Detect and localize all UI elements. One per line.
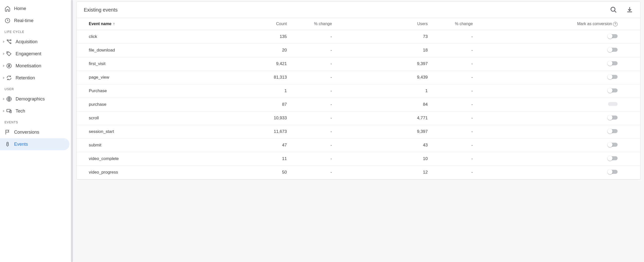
nav-realtime[interactable]: Real-time — [0, 15, 73, 27]
conversion-toggle[interactable] — [608, 170, 618, 174]
retention-icon — [6, 75, 12, 81]
conversion-toggle[interactable] — [608, 34, 618, 38]
cell-toggle — [477, 84, 640, 98]
table-row: scroll10,933-4,771- — [77, 111, 640, 125]
cell-pct-change: - — [432, 57, 477, 71]
search-button[interactable] — [610, 6, 617, 13]
nav-demographics-label: Demographics — [16, 96, 45, 102]
cell-event-name[interactable]: file_download — [77, 43, 234, 57]
cell-pct-change: - — [291, 152, 336, 166]
nav-home[interactable]: Home — [0, 3, 73, 15]
search-icon — [610, 6, 617, 13]
section-events: EVENTS — [0, 117, 73, 126]
col-users[interactable]: Users — [336, 18, 432, 30]
nav-monetisation-label: Monetisation — [16, 63, 41, 69]
events-card: Existing events Event name↑ Count % chan… — [76, 2, 640, 180]
caret-icon — [2, 98, 4, 100]
cell-users: 9,397 — [336, 57, 432, 71]
cell-event-name[interactable]: submit — [77, 138, 234, 152]
conversion-toggle[interactable] — [608, 88, 618, 92]
table-row: page_view81,313-9,439- — [77, 71, 640, 84]
cell-count: 87 — [234, 98, 291, 111]
cell-event-name[interactable]: purchase — [77, 98, 234, 111]
cell-count: 11 — [234, 152, 291, 166]
conversion-toggle[interactable] — [608, 48, 618, 52]
table-row: submit47-43- — [77, 138, 640, 152]
conversion-toggle[interactable] — [608, 129, 618, 133]
table-row: session_start11,673-9,397- — [77, 125, 640, 138]
conversion-toggle[interactable] — [608, 102, 618, 106]
touch-icon — [5, 141, 11, 147]
nav-tech[interactable]: Tech — [0, 105, 73, 117]
help-icon[interactable]: ? — [613, 22, 618, 26]
cell-count: 50 — [234, 166, 291, 179]
download-button[interactable] — [626, 6, 633, 13]
caret-icon — [2, 53, 4, 55]
cell-count: 47 — [234, 138, 291, 152]
cell-count: 9,421 — [234, 57, 291, 71]
nav-events[interactable]: Events — [0, 138, 69, 150]
nav-monetisation[interactable]: Monetisation — [0, 60, 73, 72]
home-icon — [5, 6, 11, 12]
col-pct-change-1[interactable]: % change — [291, 18, 336, 30]
caret-icon — [2, 110, 4, 112]
conversion-toggle[interactable] — [608, 143, 618, 147]
col-pct-change-2[interactable]: % change — [432, 18, 477, 30]
cell-count: 20 — [234, 43, 291, 57]
cell-pct-change: - — [432, 125, 477, 138]
cell-pct-change: - — [432, 71, 477, 84]
nav-engagement[interactable]: Engagement — [0, 48, 73, 60]
main-content: Existing events Event name↑ Count % chan… — [73, 0, 644, 262]
nav-conversions[interactable]: Conversions — [0, 126, 73, 138]
conversion-toggle[interactable] — [608, 156, 618, 160]
cell-pct-change: - — [291, 98, 336, 111]
devices-icon — [6, 108, 12, 114]
cell-pct-change: - — [432, 111, 477, 125]
svg-point-4 — [8, 53, 8, 53]
svg-point-3 — [10, 40, 11, 41]
cell-event-name[interactable]: Purchase — [77, 84, 234, 98]
cell-event-name[interactable]: session_start — [77, 125, 234, 138]
globe-icon — [6, 96, 12, 102]
cell-event-name[interactable]: video_progress — [77, 166, 234, 179]
clock-icon — [5, 18, 11, 24]
nav-acquisition[interactable]: Acquisition — [0, 36, 73, 48]
nav-conversions-label: Conversions — [14, 130, 39, 135]
cell-pct-change: - — [291, 84, 336, 98]
nav-realtime-label: Real-time — [14, 18, 33, 23]
cell-pct-change: - — [291, 71, 336, 84]
nav-tech-label: Tech — [16, 109, 25, 114]
cell-event-name[interactable]: video_complete — [77, 152, 234, 166]
cell-event-name[interactable]: page_view — [77, 71, 234, 84]
conversion-toggle[interactable] — [608, 75, 618, 79]
caret-icon — [2, 41, 4, 43]
card-header: Existing events — [77, 2, 640, 18]
cell-count: 1 — [234, 84, 291, 98]
cell-pct-change: - — [432, 84, 477, 98]
table-row: Purchase1-1- — [77, 84, 640, 98]
conversion-toggle[interactable] — [608, 61, 618, 65]
cell-toggle — [477, 166, 640, 179]
table-row: video_progress50-12- — [77, 166, 640, 179]
cell-users: 1 — [336, 84, 432, 98]
conversion-toggle[interactable] — [608, 116, 618, 120]
caret-icon — [2, 77, 4, 79]
nav-demographics[interactable]: Demographics — [0, 93, 73, 105]
table-row: click135-73- — [77, 30, 640, 43]
cell-event-name[interactable]: first_visit — [77, 57, 234, 71]
cell-pct-change: - — [432, 138, 477, 152]
cell-pct-change: - — [432, 166, 477, 179]
cell-count: 81,313 — [234, 71, 291, 84]
col-event-name[interactable]: Event name↑ — [77, 18, 234, 30]
cell-event-name[interactable]: scroll — [77, 111, 234, 125]
nav-events-label: Events — [14, 142, 28, 147]
cell-toggle — [477, 43, 640, 57]
svg-point-2 — [10, 43, 11, 44]
cell-users: 84 — [336, 98, 432, 111]
col-count[interactable]: Count — [234, 18, 291, 30]
nav-home-label: Home — [14, 6, 26, 11]
nav-retention[interactable]: Retention — [0, 72, 73, 84]
cell-pct-change: - — [291, 166, 336, 179]
col-mark-conversion[interactable]: Mark as conversion? — [477, 18, 640, 30]
cell-event-name[interactable]: click — [77, 30, 234, 43]
